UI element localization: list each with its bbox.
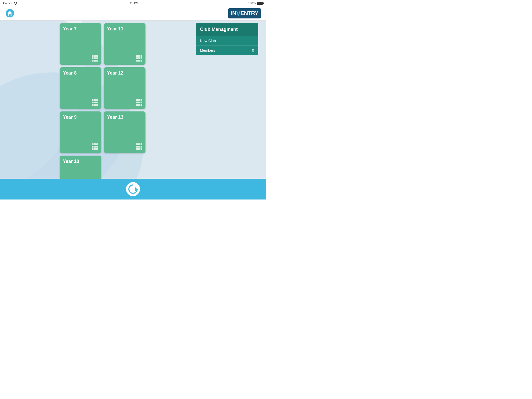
- svg-rect-23: [92, 99, 94, 101]
- svg-rect-8: [92, 57, 94, 59]
- svg-rect-48: [94, 148, 96, 150]
- svg-rect-15: [138, 55, 140, 57]
- svg-rect-54: [138, 146, 140, 148]
- svg-rect-11: [92, 60, 94, 62]
- svg-rect-46: [96, 146, 98, 148]
- year-card-13[interactable]: Year 13: [104, 111, 145, 153]
- new-club-item[interactable]: New Club: [196, 36, 258, 45]
- svg-rect-16: [141, 55, 142, 57]
- svg-rect-30: [94, 104, 96, 106]
- svg-rect-31: [96, 104, 98, 106]
- svg-rect-13: [96, 60, 98, 62]
- grid-icon-11: [136, 55, 143, 62]
- grid-icon-9: [91, 143, 99, 150]
- year-card-10-label: Year 10: [63, 159, 98, 164]
- svg-rect-40: [141, 104, 142, 106]
- year-card-8-label: Year 8: [63, 70, 98, 76]
- svg-rect-45: [94, 146, 96, 148]
- new-club-label: New Club: [200, 39, 216, 43]
- svg-rect-5: [92, 55, 94, 57]
- svg-rect-51: [138, 143, 140, 145]
- year-card-7[interactable]: Year 7: [60, 23, 101, 65]
- grid-icon-12: [136, 99, 143, 106]
- svg-rect-28: [96, 102, 98, 103]
- svg-rect-55: [141, 146, 142, 148]
- svg-rect-44: [92, 146, 94, 148]
- svg-rect-6: [94, 55, 96, 57]
- svg-point-68: [126, 182, 140, 196]
- time-label: 8:29 PM: [128, 2, 138, 5]
- home-button[interactable]: [5, 9, 15, 18]
- header: INVENTRY: [0, 6, 266, 21]
- svg-rect-9: [94, 57, 96, 59]
- svg-rect-12: [94, 60, 96, 62]
- svg-rect-42: [94, 143, 96, 145]
- svg-rect-52: [141, 143, 142, 145]
- svg-rect-41: [92, 143, 94, 145]
- svg-rect-36: [138, 102, 140, 103]
- svg-rect-17: [136, 57, 138, 59]
- svg-rect-29: [92, 104, 94, 106]
- svg-rect-34: [141, 99, 142, 101]
- svg-rect-27: [94, 102, 96, 103]
- svg-rect-21: [138, 60, 140, 62]
- year-card-13-label: Year 13: [107, 115, 142, 120]
- svg-rect-49: [96, 148, 98, 150]
- svg-rect-57: [138, 148, 140, 150]
- svg-rect-18: [138, 57, 140, 59]
- year-card-12[interactable]: Year 12: [104, 67, 145, 109]
- members-item[interactable]: Members 0: [196, 45, 258, 55]
- svg-rect-20: [136, 60, 138, 62]
- svg-rect-26: [92, 102, 94, 103]
- svg-rect-58: [141, 148, 142, 150]
- svg-rect-50: [136, 143, 138, 145]
- year-card-8[interactable]: Year 8: [60, 67, 101, 109]
- svg-rect-38: [136, 104, 138, 106]
- year-card-11[interactable]: Year 11: [104, 23, 145, 65]
- members-label: Members: [200, 48, 215, 52]
- year-card-12-label: Year 12: [107, 70, 142, 76]
- svg-rect-47: [92, 148, 94, 150]
- svg-rect-22: [141, 60, 142, 62]
- svg-rect-14: [136, 55, 138, 57]
- grid-icon-7: [91, 55, 99, 62]
- main-content: Year 7 Year 11: [0, 21, 266, 179]
- grid-icon-8: [91, 99, 99, 106]
- svg-rect-43: [96, 143, 98, 145]
- carrier-label: Carrier: [3, 2, 12, 5]
- svg-rect-25: [96, 99, 98, 101]
- svg-rect-37: [141, 102, 142, 103]
- battery-pct-label: 100%: [248, 2, 256, 5]
- svg-rect-10: [96, 57, 98, 59]
- wifi-icon: [14, 2, 18, 5]
- svg-rect-7: [96, 55, 98, 57]
- club-management-panel: Club Managment New Club Members 0: [196, 23, 258, 55]
- battery-icon: [257, 2, 263, 5]
- svg-rect-53: [136, 146, 138, 148]
- svg-rect-56: [136, 148, 138, 150]
- year-card-7-label: Year 7: [63, 26, 98, 32]
- svg-rect-39: [138, 104, 140, 106]
- grid-icon-13: [136, 143, 143, 150]
- members-value: 0: [252, 48, 254, 52]
- svg-rect-32: [136, 99, 138, 101]
- status-bar: Carrier 8:29 PM 100%: [0, 0, 266, 6]
- year-card-10[interactable]: Year 10: [60, 156, 101, 179]
- footer: [0, 179, 266, 200]
- reset-button[interactable]: [126, 182, 140, 196]
- club-panel-title: Club Managment: [196, 23, 258, 36]
- svg-rect-24: [94, 99, 96, 101]
- svg-rect-19: [141, 57, 142, 59]
- year-card-9-label: Year 9: [63, 115, 98, 120]
- svg-rect-33: [138, 99, 140, 101]
- year-cards-grid: Year 7 Year 11: [60, 23, 145, 179]
- year-card-11-label: Year 11: [107, 26, 142, 32]
- logo: INVENTRY: [228, 8, 261, 18]
- svg-rect-35: [136, 102, 138, 103]
- year-card-9[interactable]: Year 9: [60, 111, 101, 153]
